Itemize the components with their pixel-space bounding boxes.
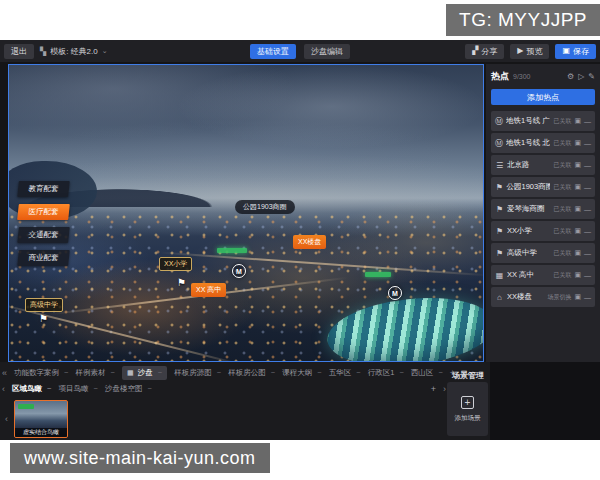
link-icon[interactable]: ▣ bbox=[574, 161, 581, 169]
metro-marker-icon[interactable]: M bbox=[388, 286, 402, 300]
scene-tabs-row2: ‹ 区域鸟瞰 项目鸟瞰 沙盘楼空图 + › bbox=[2, 384, 446, 394]
map-hotspot-label[interactable]: XX 高中 bbox=[191, 283, 226, 297]
hotspot-list-item[interactable]: ⚑ XX小学 已关联 ▣ — bbox=[491, 221, 595, 241]
hotspot-list: Ⓜ 地铁1号线 广… 已关联 ▣ — Ⓜ 地铁1号线 北… 已关联 ▣ — ☰ … bbox=[491, 111, 595, 307]
scene-tab-label: 西山区 bbox=[411, 368, 434, 377]
scroll-left-icon[interactable]: « bbox=[2, 368, 7, 378]
hotspot-status: 已关联 bbox=[553, 205, 571, 214]
link-icon[interactable]: ▣ bbox=[574, 293, 581, 301]
scene-tab[interactable]: 课程大纲 bbox=[282, 368, 321, 378]
hotspot-status: 已关联 bbox=[553, 117, 571, 126]
hotspot-list-item[interactable]: ⚑ 高级中学 已关联 ▣ — bbox=[491, 243, 595, 263]
flag-marker-icon[interactable]: ⚑ bbox=[39, 313, 48, 324]
map-category-button[interactable]: 交通配套 bbox=[17, 227, 70, 243]
map-category-button[interactable]: 商业配套 bbox=[17, 250, 70, 266]
hotspot-label: 爱琴海商圈 bbox=[507, 204, 545, 214]
page: TG: MYYJJPP 退出 ▚ 模板: 经典2.0 ⌄ 基础设置 沙盘编辑 ▞… bbox=[0, 0, 600, 480]
hotspot-list-item[interactable]: ▦ XX 高中 已关联 ▣ — bbox=[491, 265, 595, 285]
hotspot-list-item[interactable]: ⌂ XX楼盘 场景切换 ▣ — bbox=[491, 287, 595, 307]
remove-icon[interactable]: — bbox=[584, 140, 591, 147]
bottom-right-background bbox=[490, 362, 600, 440]
remove-icon[interactable]: — bbox=[584, 272, 591, 279]
scene-tab[interactable]: 行政区1 bbox=[368, 368, 404, 378]
link-icon[interactable]: ▣ bbox=[574, 117, 581, 125]
hotspot-label-text: XX 高中 bbox=[196, 286, 221, 293]
add-tab-icon[interactable]: + bbox=[431, 384, 436, 394]
map-canvas[interactable]: 教育配套 医疗配套 交通配套 商业配套 公园1903商圈 XX楼盘 XX小学 bbox=[8, 64, 484, 362]
hotspot-list-item[interactable]: ☰ 北京路 已关联 ▣ — bbox=[491, 155, 595, 175]
view-tab[interactable]: 沙盘楼空图 bbox=[105, 384, 152, 394]
edit-icon[interactable]: ✎ bbox=[588, 72, 595, 81]
view-tab[interactable]: 区域鸟瞰 bbox=[12, 384, 51, 394]
view-tab-label: 区域鸟瞰 bbox=[12, 384, 42, 393]
hotspot-list-item[interactable]: ⚑ 爱琴海商圈 已关联 ▣ — bbox=[491, 199, 595, 219]
hotspot-label: 北京路 bbox=[507, 160, 530, 170]
metro-marker-icon[interactable]: M bbox=[232, 264, 246, 278]
remove-icon[interactable]: — bbox=[584, 118, 591, 125]
scene-tab-label: 课程大纲 bbox=[282, 368, 312, 377]
hotspot-list-item[interactable]: Ⓜ 地铁1号线 北… 已关联 ▣ — bbox=[491, 133, 595, 153]
link-icon[interactable]: ▣ bbox=[574, 271, 581, 279]
map-hotspot-label[interactable]: XX小学 bbox=[159, 257, 192, 271]
scroll-left-icon[interactable]: ‹ bbox=[5, 414, 8, 424]
remove-icon[interactable]: — bbox=[584, 162, 591, 169]
scene-tab[interactable]: 样例素材 bbox=[76, 368, 115, 378]
hotspot-list-item[interactable]: Ⓜ 地铁1号线 广… 已关联 ▣ — bbox=[491, 111, 595, 131]
scroll-left-icon[interactable]: ‹ bbox=[2, 384, 5, 394]
scene-tab-label: 功能数字案例 bbox=[14, 368, 59, 377]
exit-button[interactable]: 退出 bbox=[4, 44, 34, 59]
link-icon[interactable]: ▣ bbox=[574, 183, 581, 191]
remove-icon[interactable]: — bbox=[584, 294, 591, 301]
link-icon[interactable]: ▣ bbox=[574, 227, 581, 235]
view-tab-label: 项目鸟瞰 bbox=[58, 384, 88, 393]
link-icon[interactable]: ▣ bbox=[574, 139, 581, 147]
hotspot-status: 场景切换 bbox=[547, 293, 571, 302]
scene-tab[interactable]: 功能数字案例 bbox=[14, 368, 68, 378]
hotspot-label-text: XX小学 bbox=[164, 260, 187, 267]
base-settings-button[interactable]: 基础设置 bbox=[250, 44, 296, 59]
hotspot-panel-title: 热点 bbox=[491, 70, 509, 83]
scene-thumbnail[interactable]: 虚实结合鸟瞰 bbox=[14, 400, 68, 438]
category-label: 商业配套 bbox=[28, 253, 59, 262]
flag-marker-icon[interactable]: ⚑ bbox=[177, 277, 186, 288]
remove-icon[interactable]: — bbox=[584, 206, 591, 213]
scroll-right-icon[interactable]: › bbox=[443, 384, 446, 394]
link-icon[interactable]: ▣ bbox=[574, 249, 581, 257]
play-outline-icon[interactable]: ▷ bbox=[578, 72, 584, 81]
remove-icon[interactable]: — bbox=[584, 184, 591, 191]
add-hotspot-button[interactable]: 添加热点 bbox=[491, 89, 595, 105]
hotspot-list-item[interactable]: ⚑ 公园1903商圈 已关联 ▣ — bbox=[491, 177, 595, 197]
map-category-button[interactable]: 医疗配套 bbox=[17, 204, 70, 220]
scene-tab[interactable]: ▦ 沙盘 bbox=[122, 366, 167, 380]
scene-tab[interactable]: 五华区 bbox=[329, 368, 361, 378]
template-selector[interactable]: ▚ 模板: 经典2.0 ⌄ bbox=[40, 46, 108, 57]
map-hotspot-label[interactable]: 公园1903商圈 bbox=[235, 200, 295, 214]
thumbnail-green-tag bbox=[18, 404, 34, 409]
map-hotspot-label[interactable]: 高级中学 bbox=[25, 298, 63, 312]
hotspot-label: 地铁1号线 北… bbox=[506, 138, 550, 148]
hotspot-label: 地铁1号线 广… bbox=[506, 116, 550, 126]
share-button[interactable]: ▞ 分享 bbox=[465, 44, 504, 59]
share-icon: ▞ bbox=[472, 47, 478, 55]
save-button[interactable]: ▣ 保存 bbox=[555, 44, 596, 59]
map-hotspot-label[interactable]: XX楼盘 bbox=[293, 235, 326, 249]
hotspot-type-icon: Ⓜ bbox=[495, 116, 503, 127]
gear-icon[interactable]: ⚙ bbox=[567, 72, 574, 81]
link-icon[interactable]: ▣ bbox=[574, 205, 581, 213]
remove-icon[interactable]: — bbox=[584, 250, 591, 257]
tg-watermark: TG: MYYJJPP bbox=[446, 4, 600, 36]
hotspot-label-text: 高级中学 bbox=[30, 301, 58, 308]
scene-tab[interactable]: 西山区 bbox=[411, 368, 443, 378]
hotspot-status: 已关联 bbox=[553, 161, 571, 170]
remove-icon[interactable]: — bbox=[584, 228, 591, 235]
scene-tab[interactable]: 样板房公图 bbox=[228, 368, 275, 378]
view-tab[interactable]: 项目鸟瞰 bbox=[58, 384, 97, 394]
add-scene-button[interactable]: + 添加场景 bbox=[447, 382, 488, 436]
scene-manager-title: 场景管理 bbox=[452, 370, 484, 381]
map-category-button[interactable]: 教育配套 bbox=[17, 181, 70, 197]
hotspot-status: 已关联 bbox=[553, 139, 571, 148]
sandbox-edit-button[interactable]: 沙盘编辑 bbox=[304, 44, 350, 59]
preview-button[interactable]: ▶ 预览 bbox=[510, 44, 549, 59]
led-sign bbox=[217, 248, 247, 253]
scene-tab[interactable]: 样板房源图 bbox=[174, 368, 221, 378]
